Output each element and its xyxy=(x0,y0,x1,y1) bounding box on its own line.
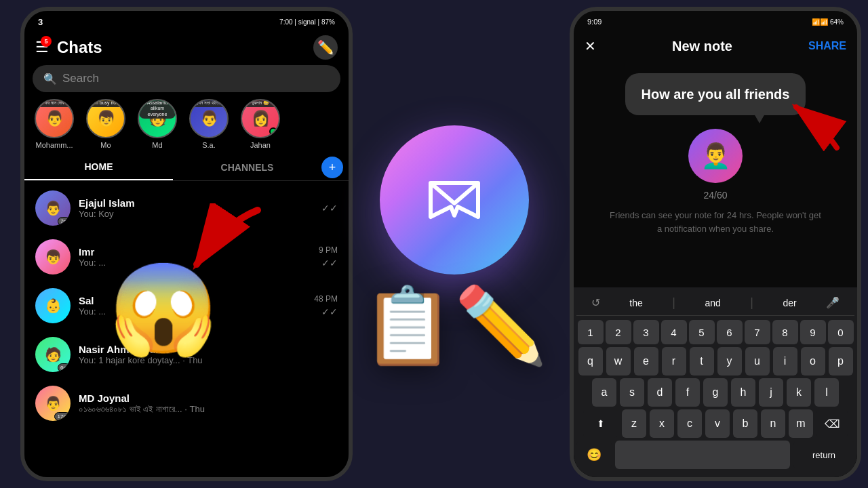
note-profile-avatar: 👨‍🦱 xyxy=(688,129,743,183)
key-d[interactable]: d xyxy=(648,378,672,407)
key-b[interactable]: b xyxy=(733,409,757,438)
story-item-1[interactable]: I'm busy now 👦 Mo xyxy=(84,99,127,149)
key-t[interactable]: t xyxy=(690,347,714,375)
chat-info-0: Ejajul Islam You: Koy xyxy=(79,197,313,219)
key-i[interactable]: i xyxy=(773,347,797,375)
story-item-3[interactable]: বড়বন সভা হইতাছে 👨 S.a. xyxy=(187,99,231,149)
key-y[interactable]: y xyxy=(717,347,742,375)
story-note-1: I'm busy now xyxy=(87,99,124,107)
menu-button[interactable]: ☰ 5 xyxy=(35,39,49,56)
return-key[interactable]: return xyxy=(793,441,854,469)
emoji-key[interactable]: 😊 xyxy=(576,441,612,469)
key-0[interactable]: 0 xyxy=(828,320,854,344)
suggestion-0[interactable]: the xyxy=(629,298,642,308)
key-j[interactable]: j xyxy=(759,378,783,407)
chat-item-0[interactable]: 👨 7m Ejajul Islam You: Koy ✓✓ xyxy=(24,184,349,232)
messenger-logo-svg xyxy=(417,169,492,230)
key-k[interactable]: k xyxy=(787,378,811,407)
number-row: 1 2 3 4 5 6 7 8 9 0 xyxy=(576,320,854,344)
key-7[interactable]: 7 xyxy=(745,320,770,344)
story-name-3: S.a. xyxy=(202,141,216,149)
key-a[interactable]: a xyxy=(592,378,616,407)
chat-badge-0: 7m xyxy=(58,217,71,226)
key-h[interactable]: h xyxy=(731,378,755,407)
share-button[interactable]: SHARE xyxy=(808,40,846,52)
online-indicator xyxy=(269,127,277,136)
key-row-1: q w e r t y u i o p xyxy=(576,347,854,375)
key-f[interactable]: f xyxy=(675,378,700,407)
key-m[interactable]: m xyxy=(789,409,813,438)
key-row-4: 😊 return xyxy=(576,441,854,469)
key-w[interactable]: w xyxy=(606,347,631,375)
key-5[interactable]: 5 xyxy=(689,320,715,344)
key-r[interactable]: r xyxy=(662,347,686,375)
key-p[interactable]: p xyxy=(829,347,853,375)
note-title: New note xyxy=(672,39,732,54)
delete-key[interactable]: ⌫ xyxy=(816,409,848,438)
key-s[interactable]: s xyxy=(620,378,644,407)
key-q[interactable]: q xyxy=(578,347,603,375)
shift-key[interactable]: ⬆ xyxy=(583,409,618,438)
story-note-3: বড়বন সভা হইতাছে xyxy=(191,99,227,107)
story-avatar-2: Assalamu alikum everyone 🧑 xyxy=(138,99,177,138)
chat-item-4[interactable]: 👨 17m MD Joynal ০১৬০৬৩৬৪০৮১ ভাই এই নাশার… xyxy=(24,379,349,428)
phone-right: 9:09 📶📶 64% ✕ New note SHARE xyxy=(570,7,861,481)
key-z[interactable]: z xyxy=(622,409,646,438)
chat-info-4: MD Joynal ০১৬০৬৩৬৪০৮১ ভাই এই নাশারে... ·… xyxy=(79,392,338,415)
tab-home[interactable]: HOME xyxy=(24,155,173,180)
suggestion-2[interactable]: der xyxy=(783,298,796,308)
left-screen: 3 7:00 | signal | 87% ☰ 5 Chats ✏️ 🔍 Sea… xyxy=(24,11,349,477)
messenger-header: ☰ 5 Chats ✏️ xyxy=(24,30,349,65)
chat-avatar-0: 👨 7m xyxy=(35,190,71,226)
divider-1: | xyxy=(750,296,753,310)
key-v[interactable]: v xyxy=(705,409,730,438)
chat-badge-4: 17m xyxy=(54,412,71,421)
key-3[interactable]: 3 xyxy=(633,320,659,344)
key-c[interactable]: c xyxy=(677,409,702,438)
key-n[interactable]: n xyxy=(761,409,785,438)
chat-badge-3: 6m xyxy=(58,363,71,372)
microphone-icon[interactable]: 🎤 xyxy=(826,296,840,309)
key-9[interactable]: 9 xyxy=(800,320,826,344)
key-6[interactable]: 6 xyxy=(717,320,743,344)
key-row-2: a s d f g h j k l xyxy=(576,378,854,407)
space-key[interactable] xyxy=(615,441,790,469)
right-screen: 9:09 📶📶 64% ✕ New note SHARE xyxy=(574,11,857,477)
chat-name-4: MD Joynal xyxy=(79,392,338,404)
status-bar-right: 9:09 📶📶 64% xyxy=(574,11,857,30)
key-1[interactable]: 1 xyxy=(578,320,604,344)
story-item[interactable]: কও মনে দেখি 👨 Mohamm... xyxy=(33,99,76,149)
key-u[interactable]: u xyxy=(745,347,770,375)
messenger-logo xyxy=(380,125,529,274)
key-g[interactable]: g xyxy=(703,378,728,407)
key-e[interactable]: e xyxy=(634,347,658,375)
search-bar[interactable]: 🔍 Search xyxy=(33,65,340,92)
key-x[interactable]: x xyxy=(650,409,674,438)
chat-avatar-2: 👶 xyxy=(35,288,71,323)
header-left: ☰ 5 Chats xyxy=(35,38,102,57)
keyboard-area: ↺ the | and | der 🎤 1 2 3 4 5 6 7 8 9 0 xyxy=(574,287,857,477)
story-item-4[interactable]: বুঝলাম 😄 👩 Jahan xyxy=(239,99,282,149)
search-placeholder: Search xyxy=(62,72,99,85)
key-8[interactable]: 8 xyxy=(772,320,798,344)
key-l[interactable]: l xyxy=(814,378,839,407)
key-4[interactable]: 4 xyxy=(661,320,687,344)
status-bar-left: 3 7:00 | signal | 87% xyxy=(24,11,349,30)
chats-title: Chats xyxy=(57,38,102,57)
key-o[interactable]: o xyxy=(801,347,825,375)
story-avatar-4: বুঝলাম 😄 👩 xyxy=(241,99,280,138)
chat-avatar-1: 👦 xyxy=(35,239,71,274)
time-right: 9:09 xyxy=(587,18,601,26)
notification-badge: 5 xyxy=(41,36,52,47)
key-2[interactable]: 2 xyxy=(606,320,631,344)
story-note-2: Assalamu alikum everyone xyxy=(139,99,176,119)
close-button[interactable]: ✕ xyxy=(585,38,596,54)
story-avatar-0: কও মনে দেখি 👨 xyxy=(35,99,74,138)
story-item-2[interactable]: Assalamu alikum everyone 🧑 Md xyxy=(136,99,179,149)
status-icons-left: 7:00 | signal | 87% xyxy=(279,18,335,26)
note-info-text: Friends can see your note for 24 hrs. Pe… xyxy=(587,201,844,243)
suggestion-1[interactable]: and xyxy=(705,298,720,308)
tab-channels[interactable]: CHANNELS xyxy=(173,155,321,180)
time-left: 3 xyxy=(38,17,43,27)
shocked-emoji: 😱 xyxy=(108,258,218,361)
